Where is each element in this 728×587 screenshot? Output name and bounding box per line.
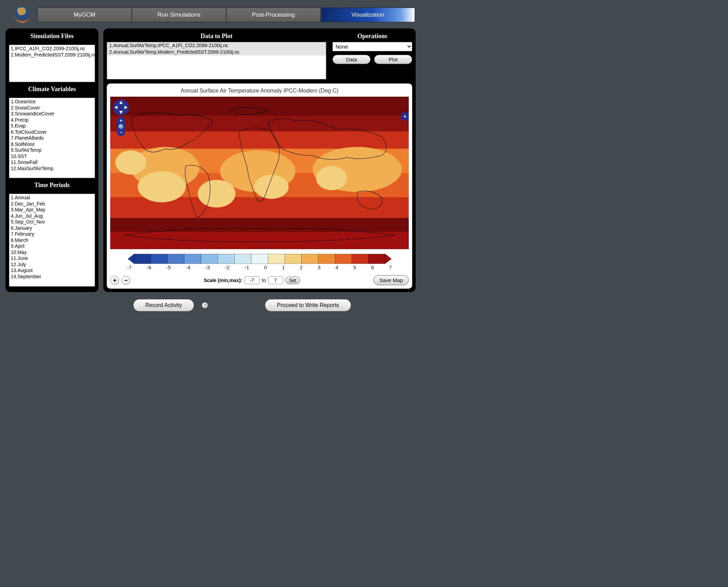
time-period-item[interactable]: 12.July [11, 262, 93, 268]
climate-variable-item[interactable]: 9.SurfAirTemp [11, 147, 93, 154]
time-period-item[interactable]: 7.February [11, 231, 93, 237]
time-period-item[interactable]: 2.Dec_Jan_Feb [11, 201, 93, 207]
tab-post-processing[interactable]: Post-Processing [227, 8, 321, 22]
climate-variable-item[interactable]: 12.MaxSurfAirTemp [11, 166, 93, 172]
tab-mygcm[interactable]: MyGCM [38, 8, 132, 22]
scale-to-label: to [262, 278, 266, 283]
pan-left-icon[interactable] [114, 106, 118, 109]
colorbar-tick: 3 [318, 264, 320, 270]
climate-variable-item[interactable]: 10.SST [11, 154, 93, 160]
simulation-files-list[interactable]: 1.IPCC_A1FI_CO2.2099-2100ij.nc2.Modern_P… [9, 45, 95, 82]
climate-variable-item[interactable]: 7.PlanetAlbedo [11, 135, 93, 141]
svg-rect-27 [268, 254, 285, 264]
map-expand-icon[interactable]: + [401, 113, 409, 120]
svg-rect-30 [318, 254, 335, 264]
svg-rect-31 [335, 254, 352, 264]
pan-right-icon[interactable] [124, 106, 128, 109]
climate-variable-item[interactable]: 8.SoilMoist [11, 141, 93, 148]
data-to-plot-item[interactable]: 1.Annual,SurfAirTemp,IPCC_A1FI_CO2.2099-… [107, 42, 326, 49]
svg-rect-21 [167, 254, 184, 264]
map-reset-icon[interactable] [119, 124, 123, 129]
proceed-button[interactable]: Proceed to Write Reports [265, 299, 351, 312]
time-period-item[interactable]: 3.Mar_Apr_May [11, 207, 93, 213]
svg-rect-32 [352, 254, 368, 264]
colorbar-tick: 0 [264, 264, 267, 270]
map-nav-widget: + − [113, 99, 129, 136]
app-logo [9, 3, 35, 26]
time-period-item[interactable]: 1.Annual [11, 195, 93, 201]
operations-select[interactable]: None [332, 42, 412, 51]
record-activity-button[interactable]: Record Activity [133, 299, 194, 312]
data-button[interactable]: Data [332, 55, 371, 64]
svg-point-14 [198, 180, 235, 208]
climate-variable-item[interactable]: 11.SnowFall [11, 159, 93, 166]
svg-marker-34 [385, 254, 391, 264]
svg-rect-22 [184, 254, 201, 264]
save-map-button[interactable]: Save Map [373, 275, 409, 285]
tab-visualization[interactable]: Visualization [321, 8, 415, 22]
map-pan-pad[interactable] [113, 99, 129, 115]
time-period-item[interactable]: 10.May [11, 249, 93, 256]
svg-rect-29 [301, 254, 318, 264]
svg-rect-9 [110, 232, 409, 249]
map-zoom-bar: + − [117, 117, 125, 136]
map-zoom-out-icon[interactable]: − [120, 130, 122, 135]
data-to-plot-list[interactable]: 1.Annual,SurfAirTemp,IPCC_A1FI_CO2.2099-… [107, 42, 326, 79]
colorbar-tick: 7 [389, 264, 392, 270]
scale-max-input[interactable] [268, 277, 283, 284]
zoom-out-button[interactable]: − [121, 276, 130, 285]
colorbar-tick: -1 [244, 264, 249, 270]
climate-variable-item[interactable]: 5.Evap [11, 123, 93, 129]
scale-min-input[interactable] [244, 277, 260, 284]
time-period-item[interactable]: 14.September [11, 274, 93, 280]
colorbar-tick: 1 [282, 264, 285, 270]
colorbar: -7-6-5-4-3-2-101234567 [110, 253, 409, 270]
scale-set-button[interactable]: Set [285, 277, 300, 284]
map-canvas[interactable]: + − + [110, 97, 409, 249]
data-to-plot-title: Data to Plot [107, 32, 326, 42]
simulation-files-title: Simulation Files [9, 32, 95, 42]
map-zoom-in-icon[interactable]: + [120, 118, 122, 123]
data-to-plot-item[interactable]: 2.Annual,SurfAirTemp,Modern_PredictedSST… [107, 49, 326, 55]
svg-rect-24 [218, 254, 234, 264]
colorbar-tick: 2 [300, 264, 303, 270]
svg-rect-26 [251, 254, 268, 264]
time-period-item[interactable]: 8.March [11, 237, 93, 244]
colorbar-tick: -5 [166, 264, 171, 270]
plot-button[interactable]: Plot [374, 55, 412, 64]
time-period-item[interactable]: 9.April [11, 243, 93, 249]
simulation-file-item[interactable]: 1.IPCC_A1FI_CO2.2099-2100ij.nc [11, 46, 93, 52]
main-tabs: MyGCMRun SimulationsPost-ProcessingVisua… [37, 8, 415, 22]
time-period-item[interactable]: 5.Sep_Oct_Nov [11, 219, 93, 225]
pan-up-icon[interactable] [119, 101, 123, 104]
time-period-item[interactable]: 6.January [11, 225, 93, 231]
climate-variables-list[interactable]: 1.OceanIce2.SnowCover3.SnowandIceCover4.… [9, 98, 95, 178]
colorbar-tick: -6 [147, 264, 151, 270]
svg-rect-20 [151, 254, 167, 264]
climate-variable-item[interactable]: 1.OceanIce [11, 99, 93, 105]
pan-down-icon[interactable] [119, 111, 123, 114]
time-period-item[interactable]: 4.Jun_Jul_Aug [11, 213, 93, 219]
svg-rect-8 [110, 218, 409, 232]
svg-point-13 [138, 171, 186, 202]
time-period-item[interactable]: 11.June [11, 255, 93, 262]
svg-rect-28 [285, 254, 301, 264]
svg-rect-33 [368, 254, 385, 264]
climate-variables-title: Climate Variables [9, 85, 95, 95]
svg-rect-23 [201, 254, 218, 264]
climate-variable-item[interactable]: 3.SnowandIceCover [11, 111, 93, 117]
svg-marker-18 [128, 254, 134, 264]
help-icon[interactable]: ? [202, 302, 208, 308]
map-title: Annual Surface Air Temperature Anomaly I… [110, 86, 409, 97]
climate-variable-item[interactable]: 2.SnowCover [11, 105, 93, 111]
tab-run-simulations[interactable]: Run Simulations [132, 8, 226, 22]
climate-variable-item[interactable]: 4.Precip [11, 117, 93, 123]
colorbar-tick: -7 [127, 264, 132, 270]
climate-variable-item[interactable]: 6.TotCloudCover [11, 129, 93, 135]
colorbar-tick: -3 [205, 264, 210, 270]
time-periods-list[interactable]: 1.Annual2.Dec_Jan_Feb3.Mar_Apr_May4.Jun_… [9, 194, 95, 287]
zoom-in-button[interactable]: + [110, 276, 119, 285]
operations-title: Operations [332, 32, 412, 42]
simulation-file-item[interactable]: 2.Modern_PredictedSST.2099-2100ij.nc [11, 52, 93, 58]
time-period-item[interactable]: 13.August [11, 268, 93, 274]
